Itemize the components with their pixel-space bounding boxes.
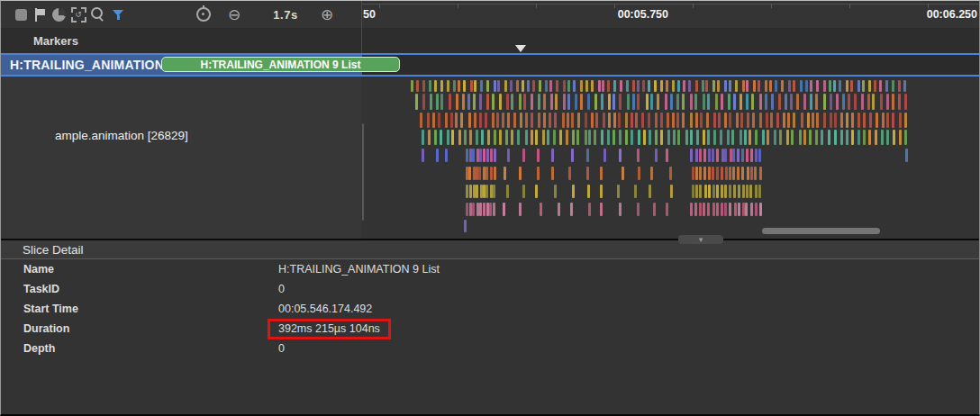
trace-slice-tick[interactable] <box>519 167 522 180</box>
trace-slice-tick[interactable] <box>496 113 499 128</box>
trace-slice-tick[interactable] <box>485 167 488 180</box>
trace-slice-tick[interactable] <box>692 185 694 198</box>
trace-slice-tick[interactable] <box>493 203 495 216</box>
trace-slice-tick[interactable] <box>708 167 711 180</box>
trace-slice-tick[interactable] <box>467 94 470 110</box>
trace-slice-tick[interactable] <box>702 80 704 92</box>
trace-slice-tick[interactable] <box>422 149 424 162</box>
trace-slice-tick[interactable] <box>805 80 808 92</box>
trace-slice-tick[interactable] <box>567 113 569 128</box>
trace-slice-tick[interactable] <box>587 94 590 110</box>
trace-slice-tick[interactable] <box>839 80 841 92</box>
trace-slice-tick[interactable] <box>905 149 908 162</box>
trace-slice-tick[interactable] <box>815 130 818 145</box>
trace-slice-tick[interactable] <box>758 80 760 92</box>
trace-slice-tick[interactable] <box>436 149 439 162</box>
trace-slice-tick[interactable] <box>567 80 570 92</box>
trace-slice-tick[interactable] <box>833 80 836 92</box>
trace-slice-tick[interactable] <box>618 113 621 128</box>
trace-slice-tick[interactable] <box>708 149 711 162</box>
trace-slice-tick[interactable] <box>666 203 668 216</box>
trace-slice-tick[interactable] <box>771 94 774 110</box>
trace-slice-tick[interactable] <box>755 149 758 162</box>
trace-slice-tick[interactable] <box>648 113 650 128</box>
trace-slice-tick[interactable] <box>790 94 793 110</box>
trace-slice-tick[interactable] <box>765 94 767 110</box>
trace-slice-tick[interactable] <box>626 80 629 92</box>
trace-slice-tick[interactable] <box>445 113 448 128</box>
trace-slice-tick[interactable] <box>677 80 680 92</box>
trace-slice-tick[interactable] <box>729 203 731 216</box>
trace-slice-tick[interactable] <box>796 94 799 110</box>
trace-slice-tick[interactable] <box>523 94 526 110</box>
trace-slice-tick[interactable] <box>893 130 895 145</box>
trace-slice-tick[interactable] <box>846 113 848 128</box>
trace-slice-tick[interactable] <box>527 80 530 92</box>
trace-slice-tick[interactable] <box>507 113 510 128</box>
trace-slice-tick[interactable] <box>746 94 749 110</box>
trace-slice-tick[interactable] <box>543 94 546 110</box>
trace-slice-tick[interactable] <box>466 149 468 162</box>
trace-slice-tick[interactable] <box>904 130 907 145</box>
trace-slice-tick[interactable] <box>682 113 685 128</box>
trace-slice-tick[interactable] <box>522 185 525 198</box>
trace-slice-tick[interactable] <box>481 130 484 145</box>
trace-slice-tick[interactable] <box>735 80 738 92</box>
trace-slice-tick[interactable] <box>676 113 679 128</box>
trace-slice-tick[interactable] <box>469 185 472 198</box>
trace-slice-tick[interactable] <box>713 130 716 145</box>
trace-slice-tick[interactable] <box>608 94 611 110</box>
trace-slice-tick[interactable] <box>549 80 552 92</box>
trace-slice-tick[interactable] <box>667 130 670 145</box>
trace-slice-tick[interactable] <box>732 167 735 180</box>
trace-slice-tick[interactable] <box>741 149 744 162</box>
trace-slice-tick[interactable] <box>466 185 468 198</box>
trace-slice-tick[interactable] <box>551 167 554 180</box>
trace-slice-tick[interactable] <box>717 80 720 92</box>
trace-slice-tick[interactable] <box>751 94 754 110</box>
trace-slice-tick[interactable] <box>537 167 540 180</box>
trace-slice-tick[interactable] <box>586 167 589 180</box>
trace-slice-tick[interactable] <box>695 80 698 92</box>
trace-slice-tick[interactable] <box>580 94 583 110</box>
trace-slice-tick[interactable] <box>733 94 736 110</box>
trace-slice-tick[interactable] <box>563 94 566 110</box>
trace-slice-tick[interactable] <box>721 149 724 162</box>
trace-slice-tick[interactable] <box>463 80 466 92</box>
trace-slice-tick[interactable] <box>886 113 889 128</box>
trace-slice-tick[interactable] <box>474 80 476 92</box>
trace-slice-tick[interactable] <box>638 167 640 180</box>
trace-slice-tick[interactable] <box>729 80 731 92</box>
markers-track[interactable]: Markers <box>1 28 979 53</box>
trace-slice-tick[interactable] <box>728 94 730 110</box>
trace-slice-tick[interactable] <box>904 94 907 110</box>
trace-slice-tick[interactable] <box>707 94 710 110</box>
trace-slice-tick[interactable] <box>537 149 540 162</box>
zoom-out-button[interactable]: ⊖ <box>225 1 243 28</box>
trace-slice-tick[interactable] <box>755 203 758 216</box>
trace-slice-tick[interactable] <box>759 94 762 110</box>
trace-slice-tick[interactable] <box>716 167 719 180</box>
trace-slice-tick[interactable] <box>476 130 478 145</box>
trace-slice-tick[interactable] <box>585 113 587 128</box>
trace-slice-tick[interactable] <box>869 113 872 128</box>
trace-slice-tick[interactable] <box>749 185 752 198</box>
search-button[interactable] <box>89 1 107 28</box>
trace-slice-tick[interactable] <box>750 149 753 162</box>
trace-slice-tick[interactable] <box>892 80 894 92</box>
trace-slice-tick[interactable] <box>456 94 458 110</box>
trace-slice-tick[interactable] <box>468 113 471 128</box>
trace-slice-tick[interactable] <box>712 80 715 92</box>
trace-slice-tick[interactable] <box>759 203 762 216</box>
trace-slice-tick[interactable] <box>716 203 719 216</box>
filter-button[interactable] <box>109 1 127 28</box>
trace-slice-tick[interactable] <box>746 185 749 198</box>
trace-slice-tick[interactable] <box>486 80 489 92</box>
trace-slice-tick[interactable] <box>840 113 843 128</box>
trace-slice-tick[interactable] <box>672 80 675 92</box>
trace-slice-tick[interactable] <box>600 167 603 180</box>
trace-slice-tick[interactable] <box>712 149 714 162</box>
trace-slice-tick[interactable] <box>694 203 697 216</box>
trace-slice-tick[interactable] <box>775 80 777 92</box>
trace-slice-tick[interactable] <box>612 94 615 110</box>
